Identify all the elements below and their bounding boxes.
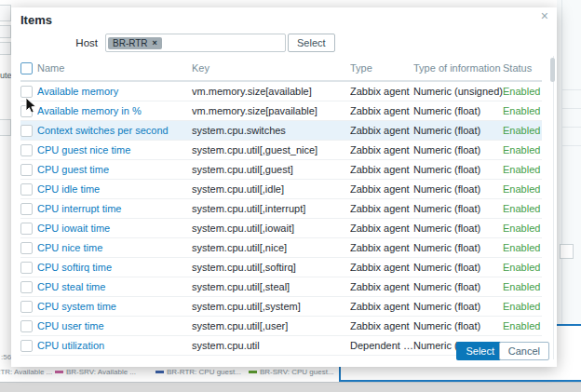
item-status: Enabled — [503, 144, 542, 155]
table-row: Available memory in %vm.memory.size[pava… — [20, 101, 542, 121]
item-name-link[interactable]: Available memory — [37, 86, 192, 97]
row-checkbox[interactable] — [20, 203, 33, 215]
chip-remove-icon[interactable]: × — [153, 38, 157, 47]
item-type-of-information: Numeric (float) — [413, 125, 503, 136]
item-key: system.cpu.util[,guest_nice] — [192, 144, 350, 155]
table-row: CPU interrupt timesystem.cpu.util[,inter… — [20, 199, 542, 219]
background-form-field — [0, 25, 11, 38]
item-status: Enabled — [503, 262, 542, 273]
row-checkbox[interactable] — [20, 105, 33, 117]
item-key: system.cpu.util[,idle] — [192, 183, 350, 195]
item-key: system.cpu.util[,interrupt] — [192, 203, 350, 214]
dialog-select-button[interactable]: Select — [456, 342, 504, 360]
item-name-link[interactable]: CPU interrupt time — [37, 203, 192, 214]
item-type: Zabbix agent — [350, 164, 413, 175]
legend-label: BR-SRV: CPU guest... — [260, 368, 334, 376]
legend-color-dash — [55, 371, 63, 373]
item-key: vm.memory.size[pavailable] — [192, 105, 350, 116]
item-status: Enabled — [503, 242, 542, 253]
item-name-link[interactable]: CPU nice time — [37, 242, 192, 253]
item-type: Zabbix agent — [350, 144, 413, 155]
row-checkbox[interactable] — [20, 125, 33, 137]
column-header: Key — [192, 62, 350, 74]
row-checkbox[interactable] — [20, 320, 33, 332]
graph-time-tick: :56 — [1, 353, 11, 361]
item-type-of-information: Numeric (float) — [413, 183, 503, 195]
items-dialog: Items × Host BR-RTR × Select NameKeyType… — [11, 7, 557, 367]
item-key: system.cpu.util[,iowait] — [192, 223, 350, 234]
modal-scrollbar-thumb[interactable] — [550, 58, 555, 82]
table-row: CPU system timesystem.cpu.util[,system]Z… — [20, 297, 542, 317]
host-input[interactable]: BR-RTR × — [105, 34, 286, 52]
column-header: Type — [350, 62, 413, 74]
item-type: Zabbix agent — [350, 203, 413, 214]
row-checkbox[interactable] — [20, 183, 33, 196]
table-header-row: NameKeyTypeType of informationStatus — [20, 56, 542, 82]
table-row: CPU guest nice timesystem.cpu.util[,gues… — [20, 141, 542, 160]
modal-scrollbar-track — [553, 56, 554, 359]
item-name-link[interactable]: Available memory in % — [37, 105, 192, 116]
row-checkbox[interactable] — [20, 223, 33, 235]
select-all-checkbox[interactable] — [20, 62, 33, 74]
item-name-link[interactable]: CPU iowait time — [37, 223, 192, 234]
item-name-link[interactable]: CPU utilization — [37, 340, 192, 351]
legend-item: BR-SRV: CPU guest... — [249, 368, 334, 376]
item-type: Zabbix agent — [350, 301, 413, 312]
bottom-gray-bar — [0, 382, 581, 392]
item-key: system.cpu.util[,user] — [192, 320, 350, 331]
table-row: CPU idle timesystem.cpu.util[,idle]Zabbi… — [20, 180, 542, 199]
item-status: Enabled — [503, 281, 542, 292]
row-checkbox[interactable] — [20, 144, 33, 156]
background-text-fragment: ute — [0, 71, 12, 80]
close-icon[interactable]: × — [541, 9, 548, 22]
item-key: system.cpu.switches — [192, 125, 350, 136]
background-form-field — [0, 42, 11, 55]
item-name-link[interactable]: CPU idle time — [37, 183, 192, 195]
item-name-link[interactable]: CPU user time — [37, 320, 192, 331]
table-row: CPU nice timesystem.cpu.util[,nice]Zabbi… — [20, 238, 542, 258]
item-key: vm.memory.size[available] — [192, 86, 350, 97]
row-checkbox[interactable] — [20, 164, 33, 176]
item-name-link[interactable]: CPU guest time — [37, 164, 192, 175]
item-key: system.cpu.util[,guest] — [192, 164, 350, 175]
column-header: Type of information — [413, 62, 503, 74]
item-name-link[interactable]: CPU softirq time — [37, 262, 192, 273]
host-chip-label: BR-RTR — [113, 38, 148, 48]
item-type: Zabbix agent — [350, 183, 413, 195]
table-row: CPU guest timesystem.cpu.util[,guest]Zab… — [20, 160, 542, 180]
item-type: Zabbix agent — [350, 125, 413, 136]
table-row: CPU iowait timesystem.cpu.util[,iowait]Z… — [20, 219, 542, 238]
table-row: Context switches per secondsystem.cpu.sw… — [20, 121, 542, 141]
item-type: Zabbix agent — [350, 262, 413, 273]
row-checkbox[interactable] — [20, 301, 33, 313]
item-type-of-information: Numeric (float) — [413, 203, 503, 214]
legend-label: BR-RTR: Available ... — [0, 368, 52, 376]
item-name-link[interactable]: CPU steal time — [37, 281, 192, 292]
item-type-of-information: Numeric (float) — [413, 320, 503, 331]
dialog-cancel-button[interactable]: Cancel — [499, 342, 549, 360]
row-checkbox[interactable] — [20, 242, 33, 254]
column-header: Name — [37, 62, 192, 74]
legend-item: BR-RTR: Available ... — [0, 368, 52, 376]
item-type-of-information: Numeric (unsigned) — [413, 86, 503, 97]
item-name-link[interactable]: CPU guest nice time — [37, 144, 192, 155]
item-status: Enabled — [503, 86, 542, 97]
item-status: Enabled — [503, 183, 542, 195]
item-type: Zabbix agent — [350, 242, 413, 253]
item-type-of-information: Numeric (float) — [413, 105, 503, 116]
item-type-of-information: Numeric (float) — [413, 242, 503, 253]
item-status: Enabled — [503, 105, 542, 116]
background-row-line — [562, 127, 581, 128]
item-name-link[interactable]: Context switches per second — [37, 125, 192, 136]
background-row-line — [562, 145, 581, 146]
row-checkbox[interactable] — [20, 340, 33, 352]
item-type-of-information: Numeric (float) — [413, 281, 503, 292]
item-name-link[interactable]: CPU system time — [37, 301, 192, 312]
item-key: system.cpu.util[,system] — [192, 301, 350, 312]
host-select-button[interactable]: Select — [288, 34, 335, 52]
row-checkbox[interactable] — [20, 86, 33, 98]
item-type-of-information: Numeric (float) — [413, 144, 503, 155]
item-type: Zabbix agent — [350, 281, 413, 292]
row-checkbox[interactable] — [20, 281, 33, 293]
row-checkbox[interactable] — [20, 262, 33, 274]
